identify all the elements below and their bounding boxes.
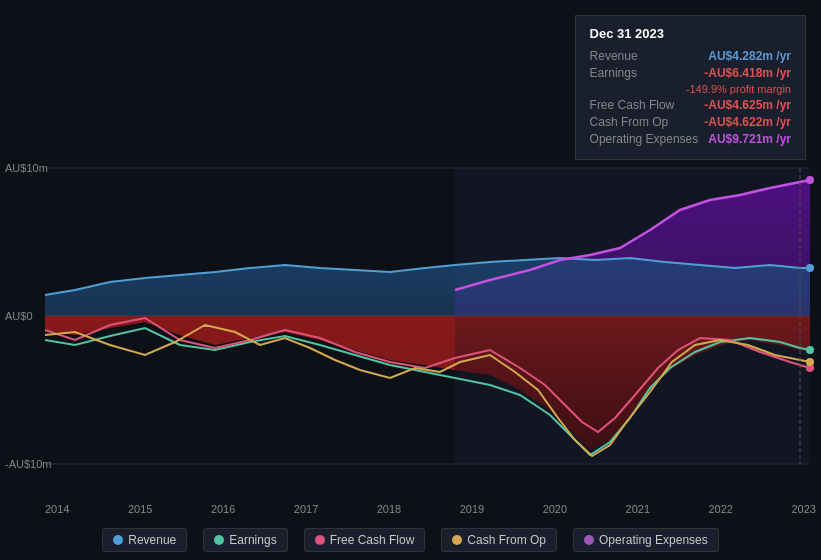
tooltip-value-revenue: AU$4.282m /yr [708,49,791,63]
legend-item-fcf[interactable]: Free Cash Flow [304,528,426,552]
y-label-bot: -AU$10m [5,458,51,470]
tooltip-row-opex: Operating Expenses AU$9.721m /yr [590,132,791,146]
legend-item-opex[interactable]: Operating Expenses [573,528,719,552]
x-label-2020: 2020 [543,503,567,515]
legend-label-earnings: Earnings [229,533,276,547]
legend-label-opex: Operating Expenses [599,533,708,547]
tooltip-label-fcf: Free Cash Flow [590,98,675,112]
legend-dot-opex [584,535,594,545]
x-label-2022: 2022 [709,503,733,515]
svg-point-8 [806,358,814,366]
x-axis: 2014 2015 2016 2017 2018 2019 2020 2021 … [45,503,816,515]
tooltip-value-opex: AU$9.721m /yr [708,132,791,146]
x-label-2019: 2019 [460,503,484,515]
legend-dot-earnings [214,535,224,545]
chart-container: AU$10m AU$0 -AU$10m 2014 2015 2016 2017 … [0,0,821,560]
tooltip-date: Dec 31 2023 [590,26,791,41]
legend-dot-revenue [113,535,123,545]
x-label-2017: 2017 [294,503,318,515]
legend-label-cashop: Cash From Op [467,533,546,547]
legend-label-revenue: Revenue [128,533,176,547]
tooltip-value-cashop: -AU$4.622m /yr [704,115,791,129]
tooltip-row-margin: -149.9% profit margin [590,83,791,95]
x-label-2018: 2018 [377,503,401,515]
x-label-2023: 2023 [791,503,815,515]
tooltip-label-earnings: Earnings [590,66,637,80]
legend-dot-cashop [452,535,462,545]
y-label-top: AU$10m [5,162,48,174]
tooltip-label-cashop: Cash From Op [590,115,669,129]
tooltip-row-fcf: Free Cash Flow -AU$4.625m /yr [590,98,791,112]
legend-item-earnings[interactable]: Earnings [203,528,287,552]
x-label-2015: 2015 [128,503,152,515]
tooltip-row-earnings: Earnings -AU$6.418m /yr [590,66,791,80]
tooltip-value-earnings: -AU$6.418m /yr [704,66,791,80]
tooltip-value-fcf: -AU$4.625m /yr [704,98,791,112]
y-label-mid: AU$0 [5,310,33,322]
svg-point-5 [806,264,814,272]
legend-label-fcf: Free Cash Flow [330,533,415,547]
legend-item-revenue[interactable]: Revenue [102,528,187,552]
tooltip-row-revenue: Revenue AU$4.282m /yr [590,49,791,63]
tooltip-label-opex: Operating Expenses [590,132,699,146]
x-label-2021: 2021 [626,503,650,515]
tooltip-label-revenue: Revenue [590,49,638,63]
tooltip-row-cashop: Cash From Op -AU$4.622m /yr [590,115,791,129]
legend-item-cashop[interactable]: Cash From Op [441,528,557,552]
svg-point-6 [806,346,814,354]
x-label-2014: 2014 [45,503,69,515]
legend: Revenue Earnings Free Cash Flow Cash Fro… [0,528,821,552]
svg-point-9 [806,176,814,184]
tooltip-card: Dec 31 2023 Revenue AU$4.282m /yr Earnin… [575,15,806,160]
tooltip-value-margin: -149.9% profit margin [686,83,791,95]
x-label-2016: 2016 [211,503,235,515]
legend-dot-fcf [315,535,325,545]
